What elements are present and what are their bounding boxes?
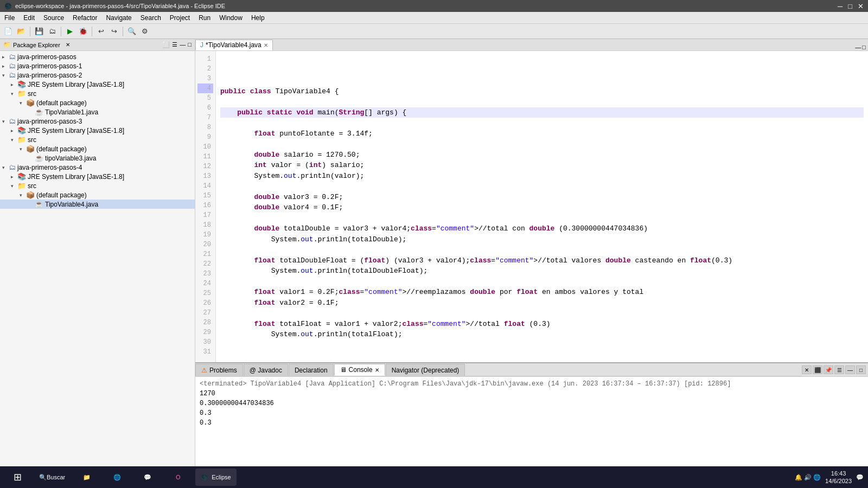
maximize-button[interactable]: □ (848, 2, 852, 10)
bottom-tab-declaration[interactable]: Declaration (289, 364, 334, 376)
pe-collapse-icon[interactable]: ⬜ (162, 41, 170, 48)
tree-item-TipoVariable4[interactable]: ☕TipoVariable4.java (0, 200, 195, 209)
tree-item-pkg-2[interactable]: ▾📦(default package) (0, 98, 195, 107)
clock[interactable]: 16:43 14/6/2023 (825, 470, 852, 485)
taskbar-tray-icons: 🔔 🔊 🌐 (795, 474, 821, 481)
tree-item-java-primeros-pasos-3[interactable]: ▾🗂java-primeros-pasos-3 (0, 117, 195, 126)
menu-edit[interactable]: Edit (19, 13, 39, 23)
pe-title: Package Explorer (13, 42, 60, 48)
line-number-26: 26 (197, 298, 213, 308)
pe-minimize-icon[interactable]: — (180, 41, 186, 48)
code-editor[interactable]: 1234567891011121314151617181920212223242… (195, 51, 868, 362)
tree-item-pkg-4[interactable]: ▾📦(default package) (0, 190, 195, 200)
line-number-14: 14 (197, 181, 213, 191)
code-line-9: int valor = (int) salario; (220, 160, 864, 171)
tree-label-src-2: src (28, 90, 36, 98)
titlebar: 🌑 eclipse-workspace - java-primeros-paso… (0, 0, 868, 12)
tree-item-pkg-3[interactable]: ▾📦(default package) (0, 144, 195, 153)
tree-icon-src-2: 📁 (17, 89, 26, 98)
menu-file[interactable]: File (0, 13, 19, 23)
taskbar-eclipse-app[interactable]: 🌑 Eclipse (195, 468, 236, 486)
tree-label-java-primeros-pasos-1: java-primeros-pasos-1 (17, 62, 82, 70)
bottom-tab-navigatordeprecated[interactable]: Navigator (Deprecated) (386, 364, 465, 376)
toolbar-debug[interactable]: 🐞 (77, 25, 89, 37)
close-button[interactable]: ✕ (858, 2, 864, 10)
tree-item-java-primeros-pasos-1[interactable]: ▸🗂java-primeros-pasos-1 (0, 61, 195, 70)
taskbar-chrome[interactable]: 🌐 (104, 468, 130, 486)
toolbar-perspective[interactable]: ⚙ (139, 25, 151, 37)
console-menu-icon[interactable]: ☰ (834, 365, 844, 374)
menu-navigate[interactable]: Navigate (101, 13, 136, 23)
taskbar-opera[interactable]: O (165, 468, 191, 486)
tree-item-src-3[interactable]: ▾📁src (0, 135, 195, 144)
tree-item-jre-3[interactable]: ▸📚JRE System Library [JavaSE-1.8] (0, 126, 195, 135)
tree-item-tipoVariable3[interactable]: ☕tipoVariable3.java (0, 153, 195, 163)
line-number-16: 16 (197, 201, 213, 210)
pe-menu-icon[interactable]: ☰ (172, 41, 177, 48)
code-line-4: public static void main(String[] args) { (220, 107, 864, 118)
start-button[interactable]: ⊞ (4, 468, 30, 486)
menu-help[interactable]: Help (247, 13, 269, 23)
toolbar-undo[interactable]: ↩ (95, 25, 107, 37)
editor-collapse-icon[interactable]: — (855, 44, 861, 50)
taskbar-file-explorer[interactable]: 📁 (74, 468, 100, 486)
taskbar-discord[interactable]: 💬 (135, 468, 161, 486)
tree-item-jre-4[interactable]: ▸📚JRE System Library [JavaSE-1.8] (0, 172, 195, 181)
editor-maximize-icon[interactable]: □ (862, 44, 866, 50)
tree-item-src-4[interactable]: ▾📁src (0, 181, 195, 190)
console-clear-icon[interactable]: ✕ (802, 365, 812, 374)
tree-label-TipoVariable1: TipoVariable1.java (45, 108, 98, 116)
minimize-button[interactable]: ─ (838, 2, 843, 10)
menu-search[interactable]: Search (136, 13, 165, 23)
notification-icon[interactable]: 💬 (856, 474, 864, 481)
tree-item-java-primeros-pasos[interactable]: ▸🗂java-primeros-pasos (0, 52, 195, 61)
java-file-icon: J (200, 41, 203, 49)
toolbar-new[interactable]: 📄 (2, 25, 14, 37)
console-maximize-icon[interactable]: □ (856, 365, 866, 374)
code-line-3 (220, 97, 864, 107)
tree-item-src-2[interactable]: ▾📁src (0, 89, 195, 98)
tree-item-java-primeros-pasos-4[interactable]: ▾🗂java-primeros-pasos-4 (0, 163, 195, 172)
pe-close-icon[interactable]: ✕ (66, 42, 70, 48)
toolbar-search[interactable]: 🔍 (126, 25, 138, 37)
clock-time: 16:43 (825, 470, 852, 477)
menu-refactor[interactable]: Refactor (68, 13, 101, 23)
tab-close-icon[interactable]: ✕ (264, 42, 268, 48)
code-line-7 (220, 139, 864, 150)
tab-tipovariable4[interactable]: J *TipoVariable4.java ✕ (195, 40, 273, 50)
code-content[interactable]: public class TipoVariable4 { public stat… (216, 51, 868, 362)
tree-icon-jre-3: 📚 (17, 126, 26, 134)
line-number-30: 30 (197, 337, 213, 347)
console-stop-icon[interactable]: ⬛ (813, 365, 822, 374)
bottom-tab-console[interactable]: 🖥 Console ✕ (334, 364, 385, 376)
tree-arrow-pkg-3: ▾ (20, 146, 26, 152)
menu-run[interactable]: Run (194, 13, 215, 23)
tree-item-java-primeros-pasos-2[interactable]: ▾🗂java-primeros-pasos-2 (0, 70, 195, 80)
toolbar-save-all[interactable]: 🗂 (46, 25, 58, 37)
line-number-12: 12 (197, 162, 213, 171)
code-line-16: System.out.println(totalDouble); (220, 234, 864, 245)
toolbar-open[interactable]: 📂 (15, 25, 27, 37)
console-pin-icon[interactable]: 📌 (824, 365, 833, 374)
tree-item-TipoVariable1[interactable]: ☕TipoVariable1.java (0, 107, 195, 117)
bottom-tab-javadoc[interactable]: @ Javadoc (244, 364, 288, 376)
toolbar-save[interactable]: 💾 (33, 25, 45, 37)
tree-icon-java-primeros-pasos-2: 🗂 (9, 71, 16, 79)
menu-window[interactable]: Window (215, 13, 247, 23)
toolbar-redo[interactable]: ↪ (108, 25, 120, 37)
tree-label-pkg-2: (default package) (36, 99, 87, 107)
pe-maximize-icon[interactable]: □ (188, 41, 192, 48)
toolbar-run[interactable]: ▶ (64, 25, 76, 37)
search-taskbar-button[interactable]: 🔍 Buscar (35, 468, 69, 486)
console-minimize-icon[interactable]: — (845, 365, 855, 374)
bottom-tab-problems[interactable]: ⚠ Problems (195, 364, 243, 376)
menu-project[interactable]: Project (165, 13, 194, 23)
main-area: 📁 Package Explorer ✕ ⬜ ☰ — □ ▸🗂java-prim… (0, 39, 868, 476)
console-header-line: <terminated> TipoVariable4 [Java Applica… (200, 379, 864, 389)
line-number-18: 18 (197, 220, 213, 230)
tree-label-jre-3: JRE System Library [JavaSE-1.8] (28, 127, 124, 134)
tree-item-jre-2[interactable]: ▸📚JRE System Library [JavaSE-1.8] (0, 80, 195, 89)
toolbar: 📄 📂 💾 🗂 ▶ 🐞 ↩ ↪ 🔍 ⚙ (0, 24, 868, 39)
line-number-8: 8 (197, 123, 213, 132)
menu-source[interactable]: Source (39, 13, 68, 23)
